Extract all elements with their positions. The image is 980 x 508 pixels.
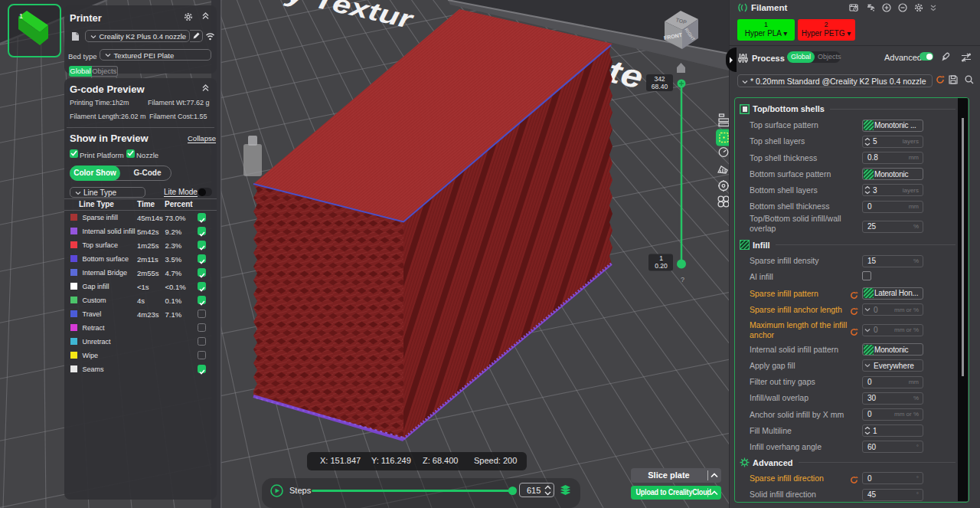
svg-text:1: 1 [19,12,23,20]
svg-text:?: ? [681,276,684,283]
svg-text:68.40: 68.40 [652,83,668,90]
svg-text:342: 342 [654,75,665,83]
svg-text:0.20: 0.20 [655,262,668,270]
svg-text:1: 1 [659,254,663,262]
